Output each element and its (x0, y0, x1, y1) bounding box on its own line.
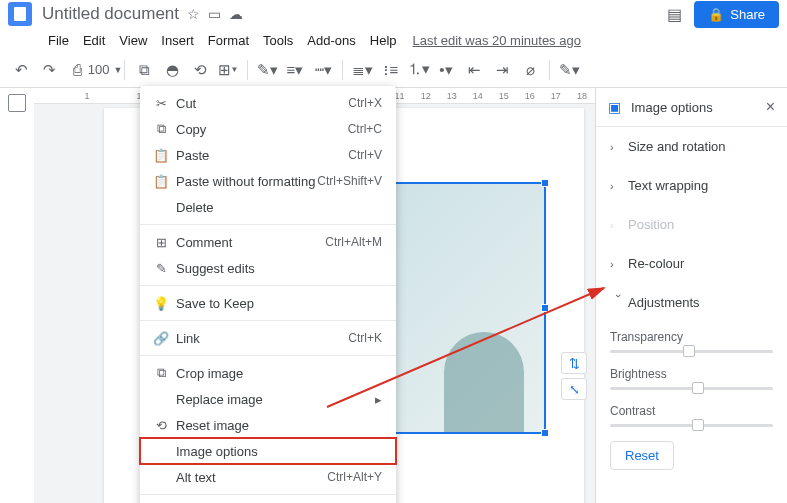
menu-insert[interactable]: Insert (155, 31, 200, 50)
cm-suggest-edits[interactable]: ✎Suggest edits (140, 255, 396, 281)
menu-file[interactable]: File (42, 31, 75, 50)
cm-paste-without-formatting[interactable]: 📋Paste without formattingCtrl+Shift+V (140, 168, 396, 194)
image-options-panel: ▣ Image options × › Size and rotation › … (595, 88, 787, 503)
adjustments-body: Transparency Brightness Contrast Reset (596, 322, 787, 482)
cm-save-to-keep[interactable]: 💡Save to Keep (140, 290, 396, 316)
chevron-right-icon: › (610, 141, 628, 153)
border-weight-button[interactable]: ≡▾ (282, 56, 308, 84)
undo-button[interactable]: ↶ (8, 56, 34, 84)
resize-handle-ne[interactable] (541, 179, 549, 187)
section-position: › Position (596, 205, 787, 244)
cut-icon: ✂ (150, 96, 172, 111)
share-button[interactable]: 🔒 Share (694, 1, 779, 28)
chevron-down-icon: › (613, 294, 625, 312)
section-recolour[interactable]: › Re-colour (596, 244, 787, 283)
section-adjustments[interactable]: › Adjustments (596, 283, 787, 322)
redo-button[interactable]: ↷ (36, 56, 62, 84)
section-size-rotation[interactable]: › Size and rotation (596, 127, 787, 166)
cm-link[interactable]: 🔗LinkCtrl+K (140, 325, 396, 351)
section-text-wrapping[interactable]: › Text wrapping (596, 166, 787, 205)
wrap-inline-button[interactable]: ⇅ (561, 352, 587, 374)
menu-bar: File Edit View Insert Format Tools Add-o… (0, 28, 787, 52)
last-edit-link[interactable]: Last edit was 20 minutes ago (413, 33, 581, 48)
paste-icon: 📋 (150, 148, 172, 163)
border-color-button[interactable]: ✎▾ (254, 56, 280, 84)
chevron-right-icon: › (610, 180, 628, 192)
crop-tool-button[interactable]: ⧉ (131, 56, 157, 84)
cm-crop-image[interactable]: ⧉Crop image (140, 360, 396, 386)
cm-comment[interactable]: ⊞CommentCtrl+Alt+M (140, 229, 396, 255)
brightness-slider[interactable] (610, 387, 773, 390)
cm-delete[interactable]: Delete (140, 194, 396, 220)
cm-paste[interactable]: 📋PasteCtrl+V (140, 142, 396, 168)
contrast-label: Contrast (610, 404, 773, 418)
indent-increase-button[interactable]: ⇥ (489, 56, 515, 84)
brightness-label: Brightness (610, 367, 773, 381)
editing-mode-button[interactable]: ✎▾ (556, 56, 582, 84)
cm-reset-image[interactable]: ⟲Reset image (140, 412, 396, 438)
slider-thumb[interactable] (692, 419, 704, 431)
cm-select-matching-text[interactable]: Select all matching text (140, 499, 396, 503)
reset-adjustments-button[interactable]: Reset (610, 441, 674, 470)
submenu-arrow-icon: ▸ (375, 392, 382, 407)
wrap-break-button[interactable]: ⤡ (561, 378, 587, 400)
link-icon: 🔗 (150, 331, 172, 346)
suggest-icon: ✎ (150, 261, 172, 276)
section-label: Re-colour (628, 256, 684, 271)
section-label: Adjustments (628, 295, 700, 310)
contrast-slider[interactable] (610, 424, 773, 427)
indent-decrease-button[interactable]: ⇤ (461, 56, 487, 84)
resize-handle-se[interactable] (541, 429, 549, 437)
zoom-select[interactable]: 100▼ (92, 56, 118, 84)
image-icon: ▣ (608, 99, 621, 115)
transparency-slider[interactable] (610, 350, 773, 353)
menu-tools[interactable]: Tools (257, 31, 299, 50)
outline-toggle-icon[interactable] (8, 94, 26, 112)
panel-header: ▣ Image options × (596, 88, 787, 127)
border-dash-button[interactable]: ┉▾ (310, 56, 336, 84)
copy-icon: ⧉ (150, 121, 172, 137)
resize-handle-e[interactable] (541, 304, 549, 312)
crop-icon: ⧉ (150, 365, 172, 381)
star-icon[interactable]: ☆ (187, 6, 200, 22)
move-icon[interactable]: ▭ (208, 6, 221, 22)
numbered-list-button[interactable]: ⒈▾ (405, 56, 431, 84)
open-comments-icon[interactable]: ▤ (667, 5, 682, 24)
align-button[interactable]: ≣▾ (349, 56, 375, 84)
outline-rail (0, 88, 34, 503)
panel-title: Image options (631, 100, 713, 115)
keep-icon: 💡 (150, 296, 172, 311)
image-mask-button[interactable]: ◓ (159, 56, 185, 84)
context-menu: ✂CutCtrl+X ⧉CopyCtrl+C 📋PasteCtrl+V 📋Pas… (140, 86, 396, 503)
cm-replace-image[interactable]: Replace image▸ (140, 386, 396, 412)
menu-edit[interactable]: Edit (77, 31, 111, 50)
cm-image-options[interactable]: Image options (140, 438, 396, 464)
chevron-right-icon: › (610, 258, 628, 270)
docs-logo-icon[interactable] (8, 2, 32, 26)
menu-help[interactable]: Help (364, 31, 403, 50)
section-label: Position (628, 217, 674, 232)
toolbar: ↶ ↷ ⎙ 100▼ ⧉ ◓ ⟲ ⊞▼ ✎▾ ≡▾ ┉▾ ≣▾ ⫶≡ ⒈▾ •▾… (0, 52, 787, 88)
section-label: Size and rotation (628, 139, 726, 154)
slider-thumb[interactable] (683, 345, 695, 357)
slider-thumb[interactable] (692, 382, 704, 394)
chevron-right-icon: › (610, 219, 628, 231)
document-title[interactable]: Untitled document (42, 4, 179, 24)
share-button-label: Share (730, 7, 765, 22)
clear-formatting-button[interactable]: ⌀ (517, 56, 543, 84)
menu-view[interactable]: View (113, 31, 153, 50)
cloud-icon[interactable]: ☁ (229, 6, 243, 22)
cm-cut[interactable]: ✂CutCtrl+X (140, 90, 396, 116)
print-button[interactable]: ⎙ (64, 56, 90, 84)
cm-copy[interactable]: ⧉CopyCtrl+C (140, 116, 396, 142)
reset-icon: ⟲ (150, 418, 172, 433)
replace-image-button[interactable]: ⊞▼ (215, 56, 241, 84)
menu-addons[interactable]: Add-ons (301, 31, 361, 50)
cm-alt-text[interactable]: Alt textCtrl+Alt+Y (140, 464, 396, 490)
close-panel-icon[interactable]: × (766, 98, 775, 116)
line-spacing-button[interactable]: ⫶≡ (377, 56, 403, 84)
reset-image-button[interactable]: ⟲ (187, 56, 213, 84)
bulleted-list-button[interactable]: •▾ (433, 56, 459, 84)
section-label: Text wrapping (628, 178, 708, 193)
menu-format[interactable]: Format (202, 31, 255, 50)
